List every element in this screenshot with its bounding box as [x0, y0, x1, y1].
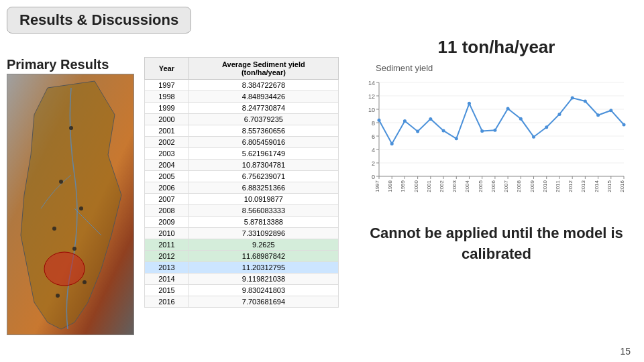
table-row: 20088.566083333: [145, 205, 339, 217]
cell-year: 2016: [145, 296, 189, 308]
cell-year: 2001: [145, 125, 189, 137]
svg-text:2007: 2007: [503, 180, 509, 192]
svg-point-83: [493, 129, 496, 132]
cell-value: 5.621961749: [189, 148, 338, 160]
table-row: 20056.756239071: [145, 171, 339, 182]
cannot-apply-text: Cannot be applied until the model is cal…: [356, 223, 637, 265]
svg-point-7: [83, 280, 87, 284]
svg-text:10: 10: [368, 107, 375, 113]
col-avg-sediment: Average Sediment yield(ton/ha/year): [189, 58, 338, 80]
cell-year: 2010: [145, 228, 189, 239]
svg-text:2015: 2015: [606, 180, 612, 192]
table-row: 20159.830241803: [145, 285, 339, 296]
svg-point-84: [506, 107, 510, 111]
page-title: Results & Discussions: [7, 7, 191, 34]
cell-year: 1999: [145, 103, 189, 114]
cell-value: 4.848934426: [189, 91, 338, 103]
svg-text:14: 14: [368, 80, 375, 86]
cell-year: 2013: [145, 262, 189, 274]
svg-point-89: [571, 97, 574, 100]
chart-title: Sediment yield: [376, 63, 637, 73]
cell-value: 6.70379235: [189, 114, 338, 125]
table-row: 201211.68987842: [145, 251, 339, 262]
svg-point-85: [519, 117, 523, 121]
table-row: 20149.119821038: [145, 274, 339, 285]
right-panel: 11 ton/ha/year Sediment yield 0246810121…: [356, 37, 637, 265]
svg-text:2009: 2009: [529, 180, 535, 192]
svg-point-88: [557, 113, 561, 116]
svg-text:4: 4: [372, 147, 375, 154]
svg-text:2002: 2002: [439, 180, 445, 192]
svg-point-4: [79, 206, 83, 210]
svg-point-90: [584, 100, 587, 103]
sediment-table: Year Average Sediment yield(ton/ha/year)…: [144, 57, 339, 308]
svg-text:2016: 2016: [619, 180, 625, 192]
svg-point-77: [416, 130, 419, 133]
table-row: 20119.2625: [145, 239, 339, 251]
table-row: 19998.247730874: [145, 103, 339, 114]
svg-point-82: [480, 129, 484, 133]
svg-text:12: 12: [368, 93, 375, 100]
svg-point-81: [468, 102, 471, 105]
cell-year: 2015: [145, 285, 189, 296]
cell-value: 6.883251366: [189, 182, 338, 194]
table-row: 20035.621961749: [145, 148, 339, 160]
cell-value: 10.0919877: [189, 194, 338, 205]
svg-point-92: [609, 109, 612, 112]
cell-value: 7.703681694: [189, 296, 338, 308]
svg-point-2: [69, 126, 73, 130]
svg-point-80: [455, 137, 458, 140]
data-table-container: Year Average Sediment yield(ton/ha/year)…: [144, 57, 339, 308]
svg-text:2014: 2014: [594, 180, 600, 192]
svg-point-74: [378, 119, 381, 122]
svg-text:2013: 2013: [580, 180, 586, 192]
cell-year: 2008: [145, 205, 189, 217]
svg-point-76: [403, 119, 407, 123]
svg-text:0: 0: [372, 174, 375, 180]
svg-point-91: [596, 113, 600, 117]
cell-value: 9.2625: [189, 239, 338, 251]
cell-year: 2002: [145, 137, 189, 148]
page-number: 15: [620, 346, 631, 357]
cell-value: 9.119821038: [189, 274, 338, 285]
cell-value: 11.20312795: [189, 262, 338, 274]
cell-value: 5.87813388: [189, 217, 338, 228]
table-row: 201311.20312795: [145, 262, 339, 274]
svg-text:2: 2: [372, 160, 375, 167]
cell-value: 11.68987842: [189, 251, 338, 262]
svg-text:2006: 2006: [490, 180, 496, 192]
cell-year: 2006: [145, 182, 189, 194]
svg-text:2005: 2005: [478, 180, 484, 192]
svg-text:1998: 1998: [387, 180, 393, 192]
avg-yield-label: 11 ton/ha/year: [356, 37, 637, 58]
cell-value: 8.557360656: [189, 125, 338, 137]
svg-text:1997: 1997: [374, 180, 380, 192]
cell-value: 9.830241803: [189, 285, 338, 296]
svg-text:2012: 2012: [568, 180, 574, 192]
svg-point-1: [44, 252, 85, 286]
svg-point-6: [72, 247, 76, 251]
table-row: 20167.703681694: [145, 296, 339, 308]
col-year: Year: [145, 58, 189, 80]
cell-value: 10.87304781: [189, 160, 338, 171]
cell-value: 7.331092896: [189, 228, 338, 239]
svg-point-79: [442, 129, 445, 132]
svg-text:2008: 2008: [516, 180, 522, 192]
table-row: 19984.848934426: [145, 91, 339, 103]
table-row: 200710.0919877: [145, 194, 339, 205]
sediment-chart: 0246810121419971998199920002001200220032…: [356, 76, 631, 210]
svg-text:1999: 1999: [400, 180, 406, 192]
table-row: 20095.87813388: [145, 217, 339, 228]
cell-year: 2012: [145, 251, 189, 262]
table-row: 20006.70379235: [145, 114, 339, 125]
chart-area: 0246810121419971998199920002001200220032…: [356, 76, 631, 210]
cell-year: 2005: [145, 171, 189, 182]
cell-value: 6.805459016: [189, 137, 338, 148]
svg-point-8: [56, 294, 60, 298]
cell-year: 1998: [145, 91, 189, 103]
cell-year: 1997: [145, 80, 189, 91]
cell-year: 2014: [145, 274, 189, 285]
svg-text:2003: 2003: [451, 180, 458, 192]
cell-year: 2000: [145, 114, 189, 125]
svg-text:2011: 2011: [555, 180, 561, 192]
